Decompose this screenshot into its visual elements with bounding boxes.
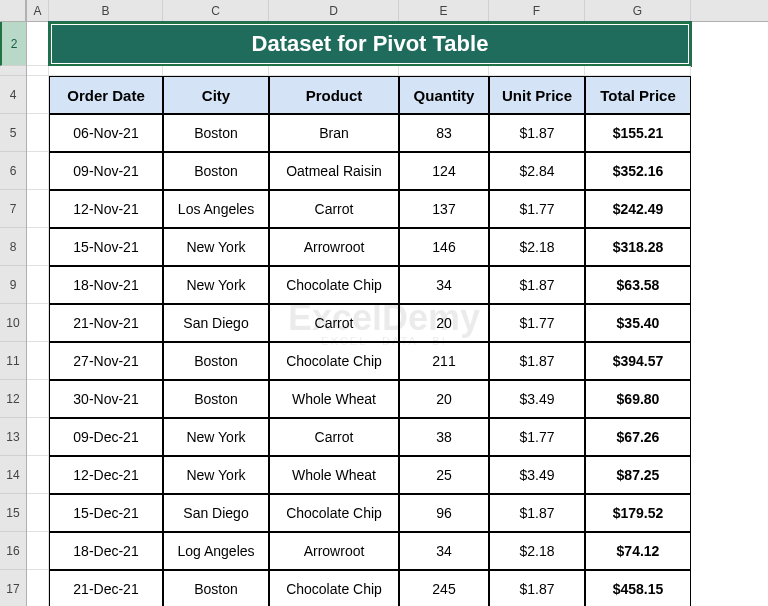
- cell[interactable]: Arrowroot: [269, 532, 399, 570]
- cell[interactable]: $458.15: [585, 570, 691, 606]
- cell[interactable]: $1.77: [489, 304, 585, 342]
- cell[interactable]: $1.87: [489, 266, 585, 304]
- cell[interactable]: $1.87: [489, 494, 585, 532]
- cell[interactable]: 34: [399, 266, 489, 304]
- cell[interactable]: $35.40: [585, 304, 691, 342]
- cell[interactable]: Boston: [163, 570, 269, 606]
- cell[interactable]: $179.52: [585, 494, 691, 532]
- cell[interactable]: 12-Nov-21: [49, 190, 163, 228]
- cell[interactable]: $1.87: [489, 342, 585, 380]
- select-all-corner[interactable]: [0, 0, 26, 22]
- cell[interactable]: 96: [399, 494, 489, 532]
- row-header-14[interactable]: 14: [0, 456, 26, 494]
- row-header-gap[interactable]: [0, 66, 26, 76]
- cell[interactable]: $1.87: [489, 570, 585, 606]
- cell[interactable]: Carrot: [269, 190, 399, 228]
- cell[interactable]: $3.49: [489, 456, 585, 494]
- column-header-F[interactable]: F: [489, 0, 585, 21]
- row-header-7[interactable]: 7: [0, 190, 26, 228]
- cell[interactable]: Whole Wheat: [269, 380, 399, 418]
- cell[interactable]: $2.84: [489, 152, 585, 190]
- cell[interactable]: Boston: [163, 380, 269, 418]
- table-header[interactable]: Total Price: [585, 76, 691, 114]
- cell[interactable]: $394.57: [585, 342, 691, 380]
- cell[interactable]: 15-Dec-21: [49, 494, 163, 532]
- cell[interactable]: Whole Wheat: [269, 456, 399, 494]
- cell[interactable]: 27-Nov-21: [49, 342, 163, 380]
- cell[interactable]: Oatmeal Raisin: [269, 152, 399, 190]
- title-cell[interactable]: Dataset for Pivot Table: [49, 22, 691, 66]
- cell[interactable]: $87.25: [585, 456, 691, 494]
- row-header-9[interactable]: 9: [0, 266, 26, 304]
- row-header-5[interactable]: 5: [0, 114, 26, 152]
- cell[interactable]: 34: [399, 532, 489, 570]
- cell[interactable]: $74.12: [585, 532, 691, 570]
- table-header[interactable]: Unit Price: [489, 76, 585, 114]
- column-header-E[interactable]: E: [399, 0, 489, 21]
- row-header-16[interactable]: 16: [0, 532, 26, 570]
- grid[interactable]: Dataset for Pivot TableOrder DateCityPro…: [27, 22, 768, 606]
- cell[interactable]: $69.80: [585, 380, 691, 418]
- cell[interactable]: 83: [399, 114, 489, 152]
- cell[interactable]: 146: [399, 228, 489, 266]
- cell[interactable]: 18-Dec-21: [49, 532, 163, 570]
- cell[interactable]: 25: [399, 456, 489, 494]
- cell[interactable]: $2.18: [489, 228, 585, 266]
- cell[interactable]: Boston: [163, 114, 269, 152]
- cell[interactable]: 20: [399, 304, 489, 342]
- cell[interactable]: 38: [399, 418, 489, 456]
- cell[interactable]: Chocolate Chip: [269, 570, 399, 606]
- row-header-6[interactable]: 6: [0, 152, 26, 190]
- cell[interactable]: Boston: [163, 152, 269, 190]
- cell[interactable]: $155.21: [585, 114, 691, 152]
- cell[interactable]: 18-Nov-21: [49, 266, 163, 304]
- cell[interactable]: $242.49: [585, 190, 691, 228]
- cell[interactable]: Chocolate Chip: [269, 494, 399, 532]
- row-header-4[interactable]: 4: [0, 76, 26, 114]
- cell[interactable]: Los Angeles: [163, 190, 269, 228]
- column-header-C[interactable]: C: [163, 0, 269, 21]
- cell[interactable]: San Diego: [163, 494, 269, 532]
- cell[interactable]: Carrot: [269, 418, 399, 456]
- cell[interactable]: 21-Dec-21: [49, 570, 163, 606]
- column-header-G[interactable]: G: [585, 0, 691, 21]
- cell[interactable]: $1.77: [489, 190, 585, 228]
- cell[interactable]: 20: [399, 380, 489, 418]
- row-header-10[interactable]: 10: [0, 304, 26, 342]
- cell[interactable]: $67.26: [585, 418, 691, 456]
- cell[interactable]: 09-Nov-21: [49, 152, 163, 190]
- cell[interactable]: 15-Nov-21: [49, 228, 163, 266]
- cell[interactable]: Chocolate Chip: [269, 342, 399, 380]
- cell[interactable]: $352.16: [585, 152, 691, 190]
- cell[interactable]: Arrowroot: [269, 228, 399, 266]
- cell[interactable]: $63.58: [585, 266, 691, 304]
- cell[interactable]: San Diego: [163, 304, 269, 342]
- row-header-2[interactable]: 2: [0, 22, 26, 66]
- cell[interactable]: Chocolate Chip: [269, 266, 399, 304]
- cell[interactable]: 211: [399, 342, 489, 380]
- table-header[interactable]: Order Date: [49, 76, 163, 114]
- column-header-A[interactable]: A: [27, 0, 49, 21]
- cell[interactable]: New York: [163, 418, 269, 456]
- row-header-17[interactable]: 17: [0, 570, 26, 606]
- cell[interactable]: New York: [163, 456, 269, 494]
- table-header[interactable]: Product: [269, 76, 399, 114]
- cell[interactable]: 124: [399, 152, 489, 190]
- cell[interactable]: 30-Nov-21: [49, 380, 163, 418]
- cell[interactable]: $1.77: [489, 418, 585, 456]
- column-header-D[interactable]: D: [269, 0, 399, 21]
- cell[interactable]: $2.18: [489, 532, 585, 570]
- cell[interactable]: Carrot: [269, 304, 399, 342]
- cell[interactable]: New York: [163, 228, 269, 266]
- row-header-15[interactable]: 15: [0, 494, 26, 532]
- cell[interactable]: 06-Nov-21: [49, 114, 163, 152]
- cell[interactable]: 245: [399, 570, 489, 606]
- cell[interactable]: $318.28: [585, 228, 691, 266]
- cell[interactable]: Bran: [269, 114, 399, 152]
- cell[interactable]: $1.87: [489, 114, 585, 152]
- cell[interactable]: 09-Dec-21: [49, 418, 163, 456]
- cell[interactable]: Boston: [163, 342, 269, 380]
- column-header-B[interactable]: B: [49, 0, 163, 21]
- cell[interactable]: 137: [399, 190, 489, 228]
- cell[interactable]: 21-Nov-21: [49, 304, 163, 342]
